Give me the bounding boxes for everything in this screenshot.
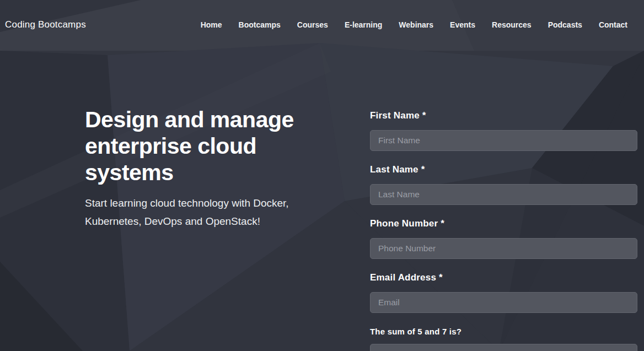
captcha-sum-label: The sum of 5 and 7 is?: [370, 326, 637, 337]
hero-heading-line: Design and manage: [85, 106, 344, 133]
nav-item-webinars[interactable]: Webinars: [399, 20, 433, 29]
nav-item-home[interactable]: Home: [201, 20, 222, 29]
hero-subtitle-line: Kubernetes, DevOps and OpenStack!: [85, 212, 344, 230]
hero-heading: Design and manage enterprise cloud syste…: [85, 106, 344, 186]
phone-number-input[interactable]: [370, 238, 637, 259]
form-group-first-name: First Name *: [370, 110, 637, 151]
nav-item-courses[interactable]: Courses: [297, 20, 328, 29]
phone-number-label: Phone Number *: [370, 218, 637, 229]
nav-item-contact[interactable]: Contact: [599, 20, 627, 29]
email-input[interactable]: [370, 292, 637, 313]
nav-item-resources[interactable]: Resources: [492, 20, 532, 29]
site-logo[interactable]: Coding Bootcamps: [5, 19, 86, 30]
hero-heading-line: enterprise cloud: [85, 133, 344, 159]
hero-subtitle-line: Start learning cloud technology with Doc…: [85, 194, 344, 212]
form-group-last-name: Last Name *: [370, 164, 637, 205]
first-name-label: First Name *: [370, 110, 637, 121]
main-nav: Home Bootcamps Courses E-learning Webina…: [201, 20, 627, 29]
form-group-email: Email Address *: [370, 272, 637, 313]
form-group-captcha-sum: The sum of 5 and 7 is?: [370, 326, 637, 351]
lead-form: First Name * Last Name * Phone Number * …: [370, 110, 637, 351]
header: Coding Bootcamps Home Bootcamps Courses …: [0, 0, 644, 50]
email-label: Email Address *: [370, 272, 637, 283]
first-name-input[interactable]: [370, 130, 637, 151]
nav-item-podcasts[interactable]: Podcasts: [548, 20, 582, 29]
hero-heading-line: systems: [85, 159, 344, 186]
nav-item-bootcamps[interactable]: Bootcamps: [239, 20, 281, 29]
captcha-sum-input[interactable]: [370, 344, 637, 351]
nav-item-elearning[interactable]: E-learning: [345, 20, 382, 29]
last-name-label: Last Name *: [370, 164, 637, 175]
hero-section: Design and manage enterprise cloud syste…: [85, 106, 344, 230]
hero-subtitle: Start learning cloud technology with Doc…: [85, 194, 344, 230]
nav-item-events[interactable]: Events: [450, 20, 475, 29]
last-name-input[interactable]: [370, 184, 637, 205]
form-group-phone: Phone Number *: [370, 218, 637, 259]
